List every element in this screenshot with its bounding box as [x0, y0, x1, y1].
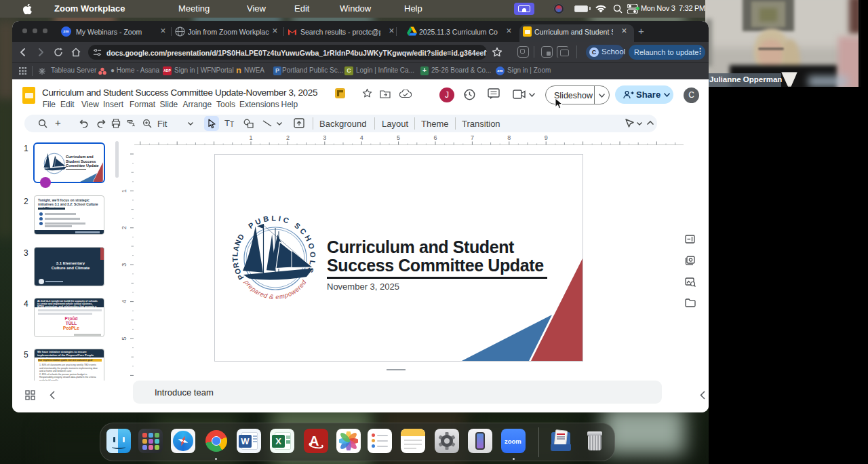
svg-text:8: 8 — [507, 134, 511, 141]
svg-text:5: 5 — [397, 134, 400, 141]
svg-text:3: 3 — [323, 134, 326, 141]
svg-text:1: 1 — [121, 189, 127, 193]
svg-text:2: 2 — [121, 226, 127, 229]
svg-text:3: 3 — [121, 263, 127, 267]
svg-text:1: 1 — [249, 134, 252, 141]
svg-text:4: 4 — [360, 134, 363, 141]
svg-text:6: 6 — [433, 134, 437, 141]
svg-text:5: 5 — [121, 336, 127, 340]
svg-text:2: 2 — [286, 134, 290, 141]
svg-text:prepared & empowered: prepared & empowered — [243, 278, 308, 301]
svg-text:PORTLAND: PORTLAND — [231, 232, 245, 281]
svg-text:7: 7 — [471, 134, 474, 141]
svg-text:9: 9 — [545, 134, 548, 141]
svg-text:4: 4 — [121, 300, 127, 303]
